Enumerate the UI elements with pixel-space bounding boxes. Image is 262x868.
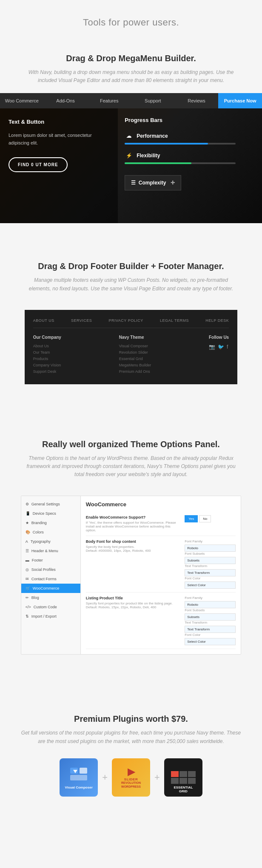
option-control-col-3: Font Family Roboto Font Subsets Subsets … [185, 596, 236, 645]
sidebar-item-footer[interactable]: ▬ Footer [21, 556, 80, 565]
nav-item-purchase[interactable]: Purchase Now [218, 93, 262, 108]
sidebar-item-colors[interactable]: 🎨 Colors [21, 528, 80, 537]
nav-item-woocommerce[interactable]: Woo Commerce [0, 93, 44, 108]
sidebar-item-woocommerce[interactable]: 🛒 WooCommerce [21, 584, 80, 593]
font-family-select-1[interactable]: Roboto [185, 545, 236, 552]
font-color-select-1[interactable]: Select Color [185, 582, 236, 589]
toggle-yes-button[interactable]: Yes [185, 515, 198, 522]
footer-col-company-heading: Our Company [33, 335, 61, 340]
font-subsets-select-2[interactable]: Subsets [185, 613, 236, 621]
footer-preview-nav: ABOUT US SERVICES PRIVACY POLICY LEGAL T… [33, 318, 229, 328]
nav-item-support[interactable]: Support [131, 93, 175, 108]
twitter-icon[interactable]: 🐦 [218, 344, 224, 350]
nav-item-features[interactable]: Features [87, 93, 131, 108]
nav-item-addons[interactable]: Add-Ons [44, 93, 88, 108]
footer-col-navy: Navy Theme Visual Composer Revolution Sl… [119, 335, 151, 376]
option-desc2-3: Default: Roboto, 15px, 22px, Roboto, Del… [86, 605, 180, 609]
text-transform-select-2[interactable]: Text Transform [185, 626, 236, 633]
footer-social-icons: 📷 🐦 f [209, 344, 229, 350]
branding-icon: ★ [26, 521, 29, 525]
sidebar-item-general[interactable]: ⚙ General Settings [21, 499, 80, 509]
sidebar-item-branding[interactable]: ★ Branding [21, 518, 80, 528]
performance-text: Performance [137, 133, 168, 139]
footer-builder-heading: Drag & Drop Footer Builder + Footer Mana… [26, 261, 236, 271]
footer-link-team[interactable]: Our Team [33, 350, 61, 355]
sidebar-item-custom-code[interactable]: </> Custom Code [21, 602, 80, 612]
sidebar-item-blog[interactable]: ✏ Blog [21, 593, 80, 602]
options-content: WooCommerce Enable WooCommerce Support? … [81, 496, 241, 654]
complexity-move-icon: ✛ [171, 180, 175, 186]
facebook-icon[interactable]: f [227, 344, 228, 350]
nav-item-reviews[interactable]: Reviews [175, 93, 219, 108]
plugins-section: Premium Plugins worth $79. Get full vers… [0, 697, 262, 813]
font-family-select-2[interactable]: Roboto [185, 601, 236, 608]
plus-sign-2: + [154, 772, 160, 783]
demo-left: Text & Button Lorem ipsum dolor sit amet… [0, 108, 118, 223]
sidebar-item-contact[interactable]: ✉ Contact Forms [21, 574, 80, 584]
footer-link-products[interactable]: Products [33, 357, 61, 361]
footer-link-premium[interactable]: Premium Add Ons [119, 369, 151, 374]
sidebar-item-typography[interactable]: A Typography [21, 537, 80, 546]
vc-svg-icon [68, 766, 89, 783]
option-label-3: Listing Product Title [86, 596, 180, 600]
progress-item-flexibility: ⚡ Flexibility [125, 151, 255, 164]
code-icon: </> [26, 605, 31, 609]
theme-options-description: Theme Options is the heart of any WordPr… [26, 454, 236, 479]
sidebar-item-device[interactable]: 📱 Device Specs [21, 509, 80, 518]
plus-sign-1: + [102, 772, 108, 783]
sidebar-item-social[interactable]: ◎ Social Profiles [21, 565, 80, 574]
flexibility-bar-bg [125, 162, 236, 164]
instagram-icon[interactable]: 📷 [209, 344, 215, 350]
footer-col-social-heading: Follow Us [209, 335, 229, 340]
contact-icon: ✉ [26, 577, 29, 581]
flexibility-text: Flexibility [137, 153, 160, 159]
progress-item-performance: ☁ Performance [125, 132, 255, 145]
footer-link-essential[interactable]: Essential Grid [119, 357, 151, 361]
vc-label: Visual Composer [63, 786, 94, 789]
woocommerce-icon: 🛒 [26, 586, 30, 590]
option-desc-1: If 'Yes', the theme offers support for W… [86, 521, 180, 532]
footer-link-support[interactable]: Support Desk [33, 369, 61, 374]
text-transform-select-1[interactable]: Text Transform [185, 569, 236, 576]
essential-label: ESSENTIALGRID [174, 786, 193, 793]
toggle-yes-no: Yes No [185, 515, 236, 522]
text-transform-label-2: Text Transform [185, 621, 236, 624]
theme-options-section: Really well organized Theme Options Pane… [0, 423, 262, 488]
footer-col-navy-heading: Navy Theme [119, 335, 151, 340]
footer-columns: Our Company About Us Our Team Products C… [33, 335, 229, 376]
footer-link-vc[interactable]: Visual Composer [119, 344, 151, 348]
options-panel-title: WooCommerce [86, 501, 236, 508]
sidebar-item-import[interactable]: ⇅ Import / Export [21, 612, 80, 621]
footer-nav-legal: LEGAL TERMS [160, 318, 189, 323]
spacer-1 [0, 223, 262, 244]
footer-builder-description: Manage multiple footers easily using WP … [26, 276, 236, 292]
svg-rect-1 [80, 768, 87, 774]
progress-label-performance: ☁ Performance [125, 132, 255, 140]
social-icon: ◎ [26, 567, 29, 572]
footer-link-revolution[interactable]: Revolution Slider [119, 350, 151, 355]
font-subsets-label-2: Font Subsets [185, 608, 236, 612]
footer-link-megamenu[interactable]: MegaMenu Builder [119, 363, 151, 367]
typography-icon: A [26, 539, 28, 544]
slider-name-top: SLIDER [124, 777, 138, 781]
find-out-more-button[interactable]: FIND 0 UT MoRE [9, 157, 68, 172]
font-subsets-select-1[interactable]: Subsets [185, 557, 236, 564]
svg-rect-2 [70, 775, 87, 780]
option-woocommerce-enable: Enable WooCommerce Support? If 'Yes', th… [86, 512, 236, 536]
spacer-2 [0, 401, 262, 423]
demo-right-heading: Progress Bars [125, 117, 255, 123]
option-label-2: Body Font for shop content [86, 539, 180, 544]
import-icon: ⇅ [26, 614, 29, 618]
footer-link-about[interactable]: About Us [33, 344, 61, 348]
toggle-no-button[interactable]: No [199, 515, 211, 522]
header-icon: ☰ [26, 549, 29, 553]
options-sidebar: ⚙ General Settings 📱 Device Specs ★ Bran… [21, 496, 81, 654]
plugin-slider: ▶ SLIDER REVOLUTION WORDPRESS [112, 758, 150, 797]
footer-preview-wrapper: ABOUT US SERVICES PRIVACY POLICY LEGAL T… [0, 310, 262, 401]
demo-left-body: Lorem ipsum dolor sit amet, consectetur … [9, 132, 109, 147]
plugins-row: Visual Composer + ▶ SLIDER REVOLUTION WO… [17, 758, 245, 797]
font-color-select-2[interactable]: Select Color [185, 638, 236, 645]
footer-link-vision[interactable]: Company Vision [33, 363, 61, 367]
demo-right: Progress Bars ☁ Performance ⚡ Flexibilit… [118, 108, 262, 223]
sidebar-item-header[interactable]: ☰ Header & Menu [21, 546, 80, 556]
